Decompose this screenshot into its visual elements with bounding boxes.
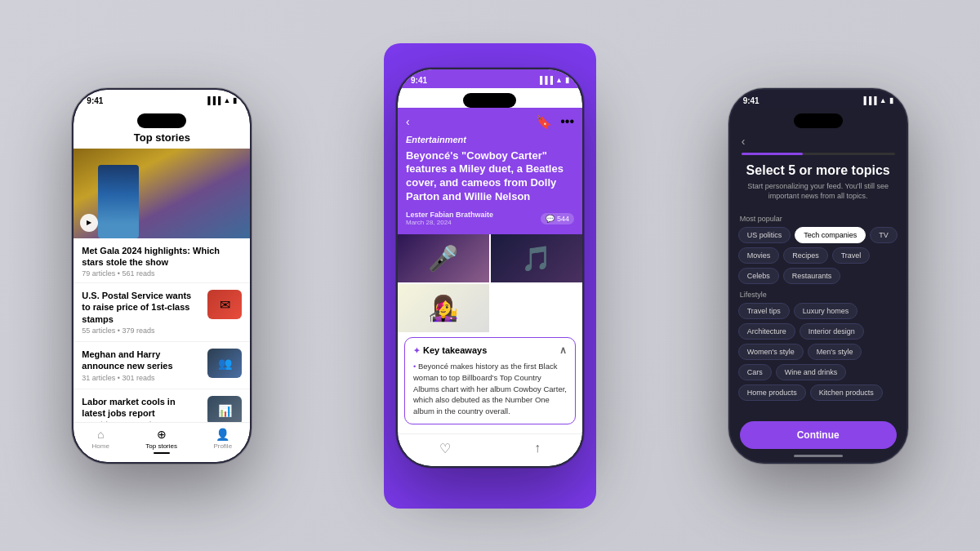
share-button[interactable]: ↑ <box>534 441 541 456</box>
postal-thumb-img: ✉ <box>207 290 242 319</box>
chip-travel-tips[interactable]: Travel tips <box>738 303 790 319</box>
chip-architecture[interactable]: Architecture <box>738 323 795 340</box>
nav-home[interactable]: ⌂ Home <box>92 428 109 454</box>
news-text-2: Meghan and Harry announce new series 31 … <box>82 349 201 382</box>
hero-story-item[interactable]: Met Gala 2024 highlights: Which stars st… <box>74 238 250 284</box>
chip-interior-design[interactable]: Interior design <box>800 323 864 340</box>
chip-recipes[interactable]: Recipes <box>783 247 828 264</box>
back-button-3[interactable]: ‹ <box>742 135 895 148</box>
scene: 9:41 ▐▐▐ ▲ ▮ Top stories ▶ Met Gala <box>0 0 980 551</box>
hero-img-bg: ▶ <box>74 149 250 238</box>
time-3: 9:41 <box>743 96 760 105</box>
wifi-icon-3: ▲ <box>880 96 887 104</box>
status-bar-2: 9:41 ▐▐▐ ▲ ▮ <box>398 69 582 88</box>
phone-1: 9:41 ▐▐▐ ▲ ▮ Top stories ▶ Met Gala <box>72 88 252 464</box>
time-2: 9:41 <box>411 76 427 85</box>
article-title: Beyoncé's "Cowboy Carter" features a Mil… <box>406 149 574 205</box>
top-stories-icon: ⊕ <box>157 428 167 441</box>
chip-restaurants[interactable]: Restaurants <box>783 268 841 284</box>
continue-button[interactable]: Continue <box>740 421 897 449</box>
hero-story-text: Met Gala 2024 highlights: Which stars st… <box>82 245 242 278</box>
phone-3-screen: 9:41 ▐▐▐ ▲ ▮ ‹ Select 5 or more topics S… <box>730 90 906 462</box>
author-info: Lester Fabian Brathwaite March 28, 2024 <box>406 211 493 226</box>
chip-tech-companies[interactable]: Tech companies <box>795 227 866 243</box>
status-icons-2: ▐▐▐ ▲ ▮ <box>537 76 569 84</box>
bookmark-icon[interactable]: 🔖 <box>536 114 552 130</box>
takeaway-label: Key takeaways <box>423 345 487 355</box>
article-image-3: 👩‍🎤 <box>398 284 489 332</box>
news-title-2: Meghan and Harry announce new series <box>82 349 201 372</box>
nav-home-label: Home <box>92 442 109 450</box>
chip-wine-drinks[interactable]: Wine and drinks <box>776 364 847 380</box>
nav-icons-right: 🔖 ••• <box>536 114 574 130</box>
topics-subtitle: Start personalizing your feed. You'll st… <box>742 181 895 202</box>
nav-active-indicator <box>154 452 170 454</box>
chip-tv[interactable]: TV <box>870 227 898 243</box>
topics-title: Select 5 or more topics <box>742 163 895 178</box>
hero-story-title: Met Gala 2024 highlights: Which stars st… <box>82 245 242 269</box>
topics-header: ‹ Select 5 or more topics Start personal… <box>730 128 906 215</box>
like-button[interactable]: ♡ <box>439 441 451 456</box>
lifestyle-chips: Travel tips Luxury homes Architecture In… <box>730 303 906 401</box>
news-title-1: U.S. Postal Service wants to raise price… <box>82 290 201 325</box>
status-bar-3: 9:41 ▐▐▐ ▲ ▮ <box>730 90 906 109</box>
news-item-2[interactable]: Meghan and Harry announce new series 31 … <box>74 342 250 389</box>
nav-top-stories[interactable]: ⊕ Top stories <box>145 428 177 454</box>
chip-womens-style[interactable]: Women's style <box>738 344 804 360</box>
signal-icon-3: ▐▐▐ <box>862 96 877 104</box>
phone-2-screen: 9:41 ▐▐▐ ▲ ▮ ‹ 🔖 ••• Entertainment <box>398 69 582 466</box>
profile-icon: 👤 <box>216 428 229 441</box>
collapse-icon[interactable]: ∧ <box>559 344 567 356</box>
article-header: ‹ 🔖 ••• Entertainment Beyoncé's "Cowboy … <box>398 108 582 235</box>
chip-movies[interactable]: Movies <box>738 247 780 264</box>
more-icon[interactable]: ••• <box>560 114 574 130</box>
most-popular-label: Most popular <box>730 215 906 223</box>
battery-icon: ▮ <box>233 96 237 104</box>
chip-home-products[interactable]: Home products <box>738 384 806 401</box>
hero-story-meta: 79 articles • 561 reads <box>82 269 242 278</box>
news-header: Top stories <box>74 128 250 149</box>
takeaway-header: ✦ Key takeaways ∧ <box>413 344 567 356</box>
nav-top-stories-label: Top stories <box>145 442 177 450</box>
author-line: Lester Fabian Brathwaite March 28, 2024 … <box>406 211 574 226</box>
home-icon: ⌂ <box>97 428 104 441</box>
chip-kitchen-products[interactable]: Kitchen products <box>810 384 883 401</box>
news-thumb-1: ✉ <box>207 290 242 319</box>
status-icons-1: ▐▐▐ ▲ ▮ <box>205 96 237 104</box>
progress-bar <box>742 153 895 155</box>
news-item-1[interactable]: U.S. Postal Service wants to raise price… <box>74 283 250 342</box>
article-images: 🎤 🎵 👩‍🎤 <box>398 234 582 332</box>
chip-luxury-homes[interactable]: Luxury homes <box>794 303 858 319</box>
author-name: Lester Fabian Brathwaite <box>406 211 493 219</box>
signal-icon-2: ▐▐▐ <box>537 76 553 84</box>
takeaway-item-1: Beyoncé makes history as the first Black… <box>413 361 567 417</box>
hero-image[interactable]: ▶ <box>74 149 250 238</box>
chip-us-politics[interactable]: US politics <box>738 227 791 243</box>
publication-badge: Entertainment <box>406 135 574 144</box>
harry-thumb-img: 👥 <box>207 349 242 378</box>
comment-badge[interactable]: 💬 544 <box>541 213 574 224</box>
back-button[interactable]: ‹ <box>406 115 410 128</box>
chip-celebs[interactable]: Celebs <box>738 268 779 284</box>
news-meta-1: 55 articles • 379 reads <box>82 327 201 335</box>
chip-cars[interactable]: Cars <box>738 364 772 380</box>
time-1: 9:41 <box>87 96 103 105</box>
chip-travel[interactable]: Travel <box>832 247 871 264</box>
chip-mens-style[interactable]: Men's style <box>808 344 862 360</box>
key-takeaways-section: ✦ Key takeaways ∧ Beyoncé makes history … <box>404 337 576 424</box>
battery-icon-2: ▮ <box>565 76 569 84</box>
status-bar-1: 9:41 ▐▐▐ ▲ ▮ <box>74 90 250 109</box>
battery-icon-3: ▮ <box>889 96 893 104</box>
status-icons-3: ▐▐▐ ▲ ▮ <box>862 96 893 104</box>
labor-thumb-img: 📊 <box>207 396 242 425</box>
comment-count: 544 <box>557 215 569 223</box>
article-image-1: 🎤 <box>398 234 489 282</box>
dynamic-island-1 <box>137 113 186 128</box>
play-button[interactable]: ▶ <box>80 214 98 232</box>
wifi-icon-2: ▲ <box>555 76 563 84</box>
article-actions: ♡ ↑ <box>398 433 582 466</box>
news-text-1: U.S. Postal Service wants to raise price… <box>82 290 201 335</box>
progress-fill <box>742 153 803 155</box>
lifestyle-label: Lifestyle <box>730 291 906 299</box>
nav-profile[interactable]: 👤 Profile <box>213 428 232 454</box>
